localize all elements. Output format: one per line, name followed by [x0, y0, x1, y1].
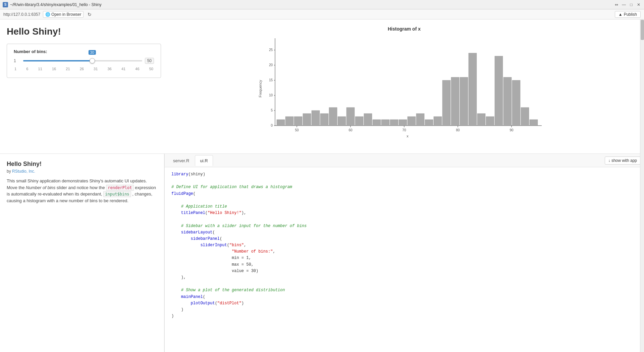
left-panel: Hello Shiny! Number of bins: 1 30 50: [7, 26, 171, 147]
svg-rect-25: [303, 114, 311, 126]
slider-ticks: 1 6 11 16 21 26 31 36 41 46 50: [14, 67, 154, 71]
code-block: library(shiny) # Define UI for applicati…: [171, 171, 637, 319]
slider-min-value: 1: [14, 58, 20, 63]
svg-rect-24: [294, 117, 302, 126]
scrollbar[interactable]: [640, 19, 644, 352]
open-in-browser-button[interactable]: 🌐 Open in Browser: [43, 11, 84, 18]
svg-text:5: 5: [271, 108, 273, 112]
svg-rect-30: [346, 107, 355, 126]
svg-rect-48: [503, 77, 512, 126]
svg-text:25: 25: [269, 48, 273, 52]
svg-rect-41: [442, 80, 450, 126]
x-axis-label: x: [407, 134, 409, 137]
author-link[interactable]: RStudio, Inc.: [12, 169, 35, 174]
svg-rect-44: [469, 53, 477, 126]
svg-rect-26: [312, 111, 320, 126]
swap-icon[interactable]: ⇔: [614, 2, 619, 7]
svg-rect-35: [390, 120, 398, 126]
svg-rect-23: [285, 117, 293, 126]
svg-rect-29: [338, 117, 346, 126]
scrollbar-thumb[interactable]: [641, 20, 644, 40]
svg-rect-37: [408, 117, 416, 126]
main-content: Hello Shiny! Number of bins: 1 30 50: [0, 19, 644, 352]
slider-track-container[interactable]: 30: [23, 57, 142, 64]
renderplot-inline: renderPlot: [106, 185, 133, 191]
svg-text:0: 0: [271, 124, 273, 127]
maximize-icon[interactable]: □: [629, 2, 634, 7]
svg-rect-47: [495, 56, 503, 126]
by-line: by RStudio, Inc.: [7, 169, 157, 174]
svg-text:90: 90: [509, 128, 514, 132]
right-panel: Histogram of x Frequency 0 5: [171, 26, 637, 147]
window-title: ~/R/win-library/3.4/shiny/examples/01_he…: [10, 2, 614, 7]
slider-fill: [23, 60, 92, 61]
description-panel: Hello Shiny! by RStudio, Inc. This small…: [0, 154, 164, 352]
svg-rect-27: [320, 114, 328, 126]
slider-box: Number of bins: 1 30 50 1 6 11: [7, 44, 161, 78]
svg-rect-50: [521, 107, 529, 126]
reload-button[interactable]: ↻: [86, 11, 93, 18]
svg-text:50: 50: [295, 128, 299, 132]
svg-text:10: 10: [269, 93, 273, 97]
svg-rect-43: [460, 77, 468, 126]
app-preview: Hello Shiny! Number of bins: 1 30 50: [0, 19, 644, 154]
url-display: http://127.0.0.1:6357: [3, 12, 40, 17]
publish-icon: ▲: [619, 12, 623, 17]
inputbins-inline: input$bins: [103, 191, 131, 197]
svg-rect-40: [434, 117, 442, 126]
tab-ui-r[interactable]: ui.R: [195, 155, 213, 166]
slider-thumb[interactable]: [90, 58, 95, 63]
svg-text:60: 60: [348, 128, 353, 132]
description-body: This small Shiny application demonstrate…: [7, 178, 157, 204]
histogram-svg: Frequency 0 5 10 15 20: [253, 33, 555, 138]
code-content[interactable]: library(shiny) # Define UI for applicati…: [165, 167, 644, 352]
svg-rect-42: [451, 77, 459, 126]
svg-text:15: 15: [269, 78, 273, 82]
slider-controls: 1 30 50: [14, 57, 154, 64]
svg-rect-46: [486, 117, 494, 126]
histogram-chart: Frequency 0 5 10 15 20: [253, 33, 555, 137]
slider-track: [23, 60, 142, 61]
slider-label: Number of bins:: [14, 49, 154, 54]
tab-server-r[interactable]: server.R: [168, 155, 194, 166]
histogram-title: Histogram of x: [253, 26, 555, 32]
svg-rect-38: [416, 114, 424, 126]
slider-value-bubble: 30: [89, 50, 96, 55]
description-title: Hello Shiny!: [7, 161, 157, 168]
y-axis-label: Frequency: [258, 80, 262, 97]
svg-rect-22: [277, 120, 285, 126]
code-tabs: server.R ui.R ↓ show with app: [165, 154, 644, 167]
svg-rect-32: [364, 114, 372, 126]
svg-rect-31: [355, 117, 363, 126]
bottom-section: Hello Shiny! by RStudio, Inc. This small…: [0, 154, 644, 352]
svg-rect-33: [373, 120, 381, 126]
histogram-container: Histogram of x Frequency 0 5: [253, 26, 555, 138]
svg-rect-36: [399, 120, 407, 126]
slider-max-badge: 50: [145, 58, 154, 64]
svg-rect-51: [530, 120, 538, 126]
browser-icon: 🌐: [45, 12, 50, 17]
title-icon: S: [3, 2, 8, 7]
svg-rect-49: [512, 80, 520, 126]
app-title: Hello Shiny!: [7, 26, 164, 37]
svg-text:80: 80: [456, 128, 460, 132]
svg-rect-34: [381, 120, 389, 126]
svg-rect-28: [329, 107, 337, 126]
svg-rect-39: [425, 120, 433, 126]
publish-button[interactable]: ▲ Publish: [615, 11, 641, 18]
show-with-app-button[interactable]: ↓ show with app: [605, 157, 641, 165]
svg-text:70: 70: [402, 128, 406, 132]
titlebar: S ~/R/win-library/3.4/shiny/examples/01_…: [0, 0, 644, 9]
code-panel: server.R ui.R ↓ show with app library(sh…: [164, 154, 644, 352]
italic-text: Number of bins: [26, 185, 55, 190]
addressbar: http://127.0.0.1:6357 🌐 Open in Browser …: [0, 9, 644, 19]
close-icon[interactable]: ✕: [636, 2, 641, 7]
svg-rect-45: [477, 114, 485, 126]
minimize-icon[interactable]: —: [621, 2, 627, 7]
svg-text:20: 20: [269, 63, 273, 67]
